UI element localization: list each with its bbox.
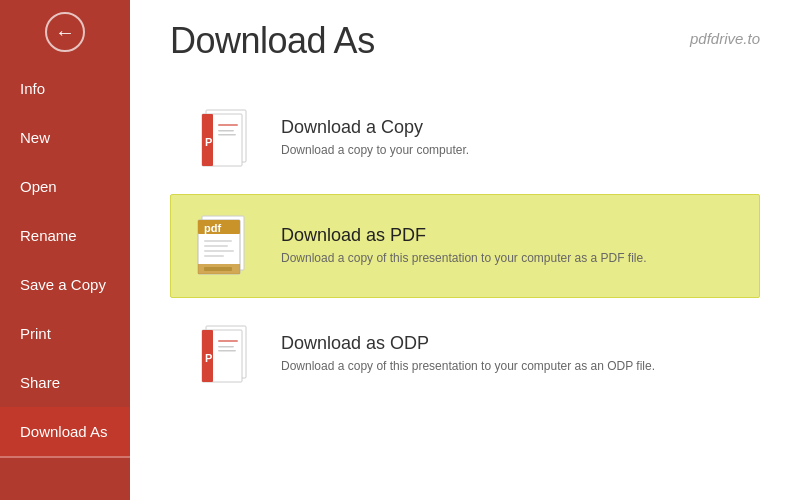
download-copy-text: Download a Copy Download a copy to your …: [281, 117, 469, 159]
sidebar: ← Info New Open Rename Save a Copy Print…: [0, 0, 130, 500]
download-odp-option[interactable]: P Download as ODP Download a copy of thi…: [170, 302, 760, 406]
download-pdf-text: Download as PDF Download a copy of this …: [281, 225, 647, 267]
sidebar-item-open[interactable]: Open: [0, 162, 130, 211]
sidebar-item-save-copy[interactable]: Save a Copy: [0, 260, 130, 309]
main-content: Download As pdfdrive.to P Download a Cop…: [130, 0, 800, 500]
odp-icon: P: [191, 319, 261, 389]
sidebar-item-download-as[interactable]: Download As: [0, 407, 130, 458]
pptx-copy-icon: P: [191, 103, 261, 173]
pdf-icon: pdf: [191, 211, 261, 281]
svg-rect-23: [218, 350, 236, 352]
svg-text:P: P: [205, 136, 212, 148]
back-button[interactable]: ←: [0, 0, 130, 64]
svg-rect-21: [218, 340, 238, 342]
svg-text:pdf: pdf: [204, 222, 221, 234]
svg-rect-13: [204, 250, 234, 252]
download-pdf-option[interactable]: pdf Download as PDF Download a copy of t…: [170, 194, 760, 298]
download-copy-option[interactable]: P Download a Copy Download a copy to you…: [170, 86, 760, 190]
svg-rect-4: [218, 124, 238, 126]
svg-rect-14: [204, 255, 224, 257]
back-arrow-icon: ←: [45, 12, 85, 52]
download-odp-text: Download as ODP Download a copy of this …: [281, 333, 655, 375]
svg-text:P: P: [205, 352, 212, 364]
sidebar-item-info[interactable]: Info: [0, 64, 130, 113]
svg-rect-16: [204, 267, 232, 271]
watermark: pdfdrive.to: [690, 30, 760, 47]
page-title: Download As: [170, 20, 760, 62]
sidebar-item-share[interactable]: Share: [0, 358, 130, 407]
sidebar-item-print[interactable]: Print: [0, 309, 130, 358]
svg-rect-5: [218, 130, 234, 132]
svg-rect-11: [204, 240, 232, 242]
sidebar-item-new[interactable]: New: [0, 113, 130, 162]
sidebar-item-rename[interactable]: Rename: [0, 211, 130, 260]
svg-rect-6: [218, 134, 236, 136]
svg-rect-22: [218, 346, 234, 348]
svg-rect-12: [204, 245, 228, 247]
